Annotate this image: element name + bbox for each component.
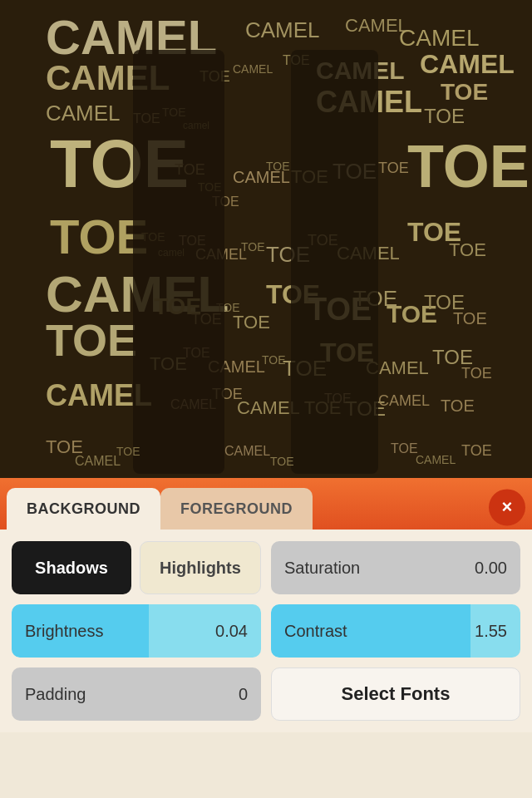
svg-text:TOE: TOE (270, 455, 294, 468)
padding-control[interactable]: Padding 0 (12, 667, 261, 721)
svg-text:TOE: TOE (453, 309, 487, 328)
svg-text:CAMEL: CAMEL (46, 101, 121, 126)
svg-text:CAMEL: CAMEL (416, 453, 456, 466)
svg-text:TOE: TOE (461, 442, 492, 459)
svg-rect-69 (291, 50, 378, 474)
controls-panel: Shadows Highlights Saturation 0.00 Brigh… (0, 530, 532, 732)
svg-text:CAMEL: CAMEL (420, 49, 515, 79)
svg-text:TOE: TOE (391, 441, 418, 456)
tab-background[interactable]: BACKGROUND (7, 488, 160, 530)
brightness-label: Brightness (25, 622, 104, 641)
svg-text:TOE: TOE (266, 160, 290, 173)
saturation-control[interactable]: Saturation 0.00 (271, 541, 520, 594)
padding-value: 0 (239, 685, 248, 704)
svg-rect-68 (133, 50, 224, 474)
shadows-highlights-row: Shadows Highlights (12, 541, 261, 594)
svg-text:CAMEL: CAMEL (245, 17, 320, 42)
tab-foreground[interactable]: FOREGROUND (160, 488, 313, 530)
svg-text:TOE: TOE (424, 105, 465, 127)
svg-text:CAMEL: CAMEL (399, 25, 479, 51)
tab-bar: BACKGROUND FOREGROUND × (0, 478, 532, 530)
svg-text:CAMEL: CAMEL (75, 454, 121, 468)
close-button[interactable]: × (489, 489, 525, 525)
saturation-value: 0.00 (475, 559, 507, 578)
padding-label: Padding (25, 685, 86, 704)
svg-text:TOE: TOE (441, 397, 475, 415)
svg-text:TOE: TOE (233, 312, 270, 332)
svg-text:TOE: TOE (461, 365, 492, 382)
shadows-button[interactable]: Shadows (12, 541, 131, 594)
highlights-button[interactable]: Highlights (140, 541, 261, 594)
select-fonts-button[interactable]: Select Fonts (271, 667, 520, 721)
svg-text:CAMEL: CAMEL (224, 444, 270, 458)
svg-text:TOE: TOE (46, 315, 137, 365)
svg-text:TOE: TOE (449, 239, 486, 260)
svg-text:TOE: TOE (441, 79, 488, 105)
svg-text:TOE: TOE (116, 445, 140, 458)
brightness-control[interactable]: Brightness 0.04 (12, 604, 261, 658)
contrast-control[interactable]: Contrast 1.55 (271, 604, 520, 658)
contrast-label: Contrast (284, 622, 347, 641)
svg-text:CAMEL: CAMEL (378, 392, 430, 409)
saturation-label: Saturation (284, 559, 360, 578)
contrast-value: 1.55 (475, 622, 507, 641)
svg-text:TOE: TOE (241, 240, 265, 254)
svg-text:TOE: TOE (407, 133, 530, 200)
brightness-value: 0.04 (215, 622, 248, 641)
word-cloud-image: CAMEL CAMEL CAMEL CAMEL CAMEL TOE CAMEL … (0, 0, 532, 478)
svg-text:CAMEL: CAMEL (233, 62, 273, 76)
svg-text:TOE: TOE (378, 160, 409, 176)
